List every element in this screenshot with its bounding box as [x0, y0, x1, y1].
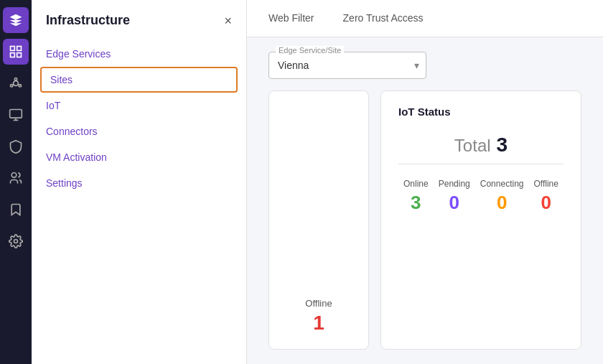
tabs-bar: Web Filter Zero Trust Access [247, 0, 603, 37]
pending-value: 0 [449, 192, 459, 214]
offline-label-iot: Offline [534, 179, 558, 189]
iot-stat-offline: Offline 0 [534, 179, 558, 214]
iot-stat-online: Online 3 [403, 179, 429, 214]
tab-zero-trust-access[interactable]: Zero Trust Access [343, 1, 424, 37]
panel-header: Infrastructure × [32, 0, 246, 35]
offline-card: Offline 1 [268, 90, 369, 350]
svg-line-10 [13, 84, 14, 85]
svg-rect-0 [11, 47, 15, 51]
connecting-label: Connecting [480, 179, 524, 189]
left-panel: Infrastructure × Edge Services Sites IoT… [32, 0, 247, 364]
iot-status-card: IoT Status Total 3 Online 3 Pending 0 [380, 90, 581, 350]
main-content: Web Filter Zero Trust Access Edge Servic… [247, 0, 603, 364]
iot-total: Total 3 [398, 126, 564, 164]
offline-value-iot: 0 [541, 192, 551, 214]
nav-item-connectors[interactable]: Connectors [32, 118, 246, 144]
nav-item-edge-services[interactable]: Edge Services [32, 41, 246, 67]
icon-sidebar [0, 0, 32, 364]
svg-line-9 [18, 84, 19, 85]
svg-point-14 [11, 173, 17, 178]
offline-stat: Offline 1 [305, 298, 332, 335]
iot-stats-row: Online 3 Pending 0 Connecting 0 Offline … [398, 173, 564, 214]
online-value: 3 [411, 192, 421, 214]
panel-title: Infrastructure [46, 13, 130, 28]
nav-menu: Edge Services Sites IoT Connectors VM Ac… [32, 35, 246, 202]
monitor-nav-icon[interactable] [3, 102, 29, 128]
iot-total-label: Total [454, 136, 491, 156]
tab-web-filter[interactable]: Web Filter [268, 1, 314, 37]
edge-service-select[interactable]: Vienna [268, 52, 426, 79]
offline-value: 1 [313, 312, 324, 335]
pending-label: Pending [439, 179, 470, 189]
logo-icon[interactable] [3, 7, 29, 33]
bookmark-nav-icon[interactable] [3, 197, 29, 223]
connecting-value: 0 [497, 192, 507, 214]
grid-nav-icon[interactable] [3, 39, 29, 65]
iot-stat-connecting: Connecting 0 [480, 179, 524, 214]
edge-service-dropdown-wrapper: Edge Service/Site Vienna ▾ [268, 52, 426, 79]
gear-nav-icon[interactable] [3, 228, 29, 254]
svg-rect-11 [10, 110, 22, 118]
online-label: Online [403, 179, 429, 189]
nav-item-vm-activation[interactable]: VM Activation [32, 144, 246, 170]
users-nav-icon[interactable] [3, 165, 29, 191]
network-nav-icon[interactable] [3, 70, 29, 96]
svg-point-4 [14, 81, 19, 86]
offline-label: Offline [305, 298, 332, 309]
nav-item-settings[interactable]: Settings [32, 170, 246, 196]
nav-item-iot[interactable]: IoT [32, 93, 246, 118]
iot-stat-pending: Pending 0 [439, 179, 470, 214]
iot-total-value: 3 [497, 134, 508, 157]
content-area: Edge Service/Site Vienna ▾ Offline 1 IoT… [247, 37, 603, 364]
iot-card-title: IoT Status [398, 106, 564, 118]
dropdown-label: Edge Service/Site [276, 46, 344, 55]
cards-row: Offline 1 IoT Status Total 3 Online 3 [268, 90, 581, 350]
svg-point-6 [19, 85, 21, 87]
svg-rect-3 [17, 53, 22, 57]
close-button[interactable]: × [224, 14, 232, 27]
svg-point-15 [14, 240, 18, 243]
shield-nav-icon[interactable] [3, 134, 29, 159]
svg-rect-2 [11, 53, 15, 57]
nav-item-sites[interactable]: Sites [40, 67, 238, 93]
svg-point-7 [11, 85, 13, 87]
svg-rect-1 [17, 47, 22, 51]
svg-point-5 [14, 78, 17, 80]
